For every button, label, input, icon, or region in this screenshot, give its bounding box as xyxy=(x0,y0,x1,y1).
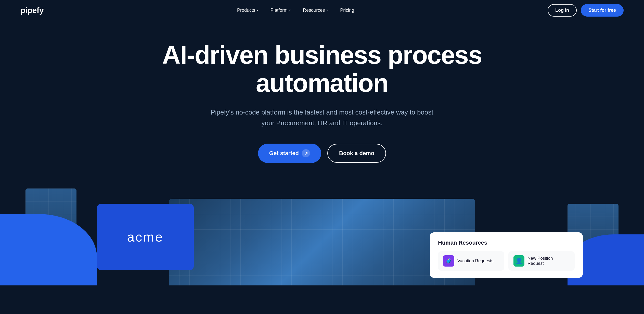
get-started-button[interactable]: Get started ↗ xyxy=(258,144,321,163)
nav-platform[interactable]: Platform ▾ xyxy=(265,5,296,16)
navbar: pipefy Products ▾ Platform ▾ Resources ▾… xyxy=(0,0,644,20)
blue-wave-left xyxy=(0,214,97,285)
hr-card-items: 🧳 Vacation Requests 👤 New Position Reque… xyxy=(438,251,575,271)
hr-card: Human Resources 🧳 Vacation Requests 👤 Ne… xyxy=(430,232,583,278)
hero-buttons: Get started ↗ Book a demo xyxy=(258,144,386,163)
acme-logo: acme xyxy=(127,229,163,245)
logo[interactable]: pipefy xyxy=(20,6,44,15)
login-button[interactable]: Log in xyxy=(548,4,577,17)
hero-title: AI-driven business process automation xyxy=(144,41,500,97)
logo-text: pipefy xyxy=(20,6,44,15)
position-icon: 👤 xyxy=(513,255,524,267)
book-demo-button[interactable]: Book a demo xyxy=(327,144,386,163)
bottom-section: acme Human Resources 🧳 Vacation Requests… xyxy=(0,189,644,285)
nav-center: Products ▾ Platform ▾ Resources ▾ Pricin… xyxy=(232,5,359,16)
vacation-icon: 🧳 xyxy=(443,255,454,267)
hero-subtitle: Pipefy's no-code platform is the fastest… xyxy=(207,107,437,128)
nav-resources[interactable]: Resources ▾ xyxy=(298,5,333,16)
hr-item-vacation: 🧳 Vacation Requests xyxy=(438,251,504,271)
acme-card: acme xyxy=(97,204,194,270)
platform-label: Platform xyxy=(271,8,288,13)
arrow-icon: ↗ xyxy=(302,149,310,157)
nav-pricing[interactable]: Pricing xyxy=(335,5,359,16)
position-label: New Position Request xyxy=(527,256,570,266)
hr-item-position: 👤 New Position Request xyxy=(508,251,575,271)
hero-section: AI-driven business process automation Pi… xyxy=(0,20,644,178)
products-label: Products xyxy=(237,8,255,13)
building-grid-center xyxy=(169,199,475,285)
get-started-label: Get started xyxy=(269,150,299,157)
nav-products[interactable]: Products ▾ xyxy=(232,5,263,16)
vacation-label: Vacation Requests xyxy=(457,258,493,263)
nav-right: Log in Start for free xyxy=(548,4,624,17)
hr-card-title: Human Resources xyxy=(438,240,575,246)
products-chevron-icon: ▾ xyxy=(257,8,258,12)
resources-chevron-icon: ▾ xyxy=(326,8,328,12)
platform-chevron-icon: ▾ xyxy=(289,8,291,12)
pricing-label: Pricing xyxy=(340,8,354,13)
resources-label: Resources xyxy=(303,8,325,13)
start-free-button[interactable]: Start for free xyxy=(581,4,624,17)
building-center xyxy=(169,199,475,285)
